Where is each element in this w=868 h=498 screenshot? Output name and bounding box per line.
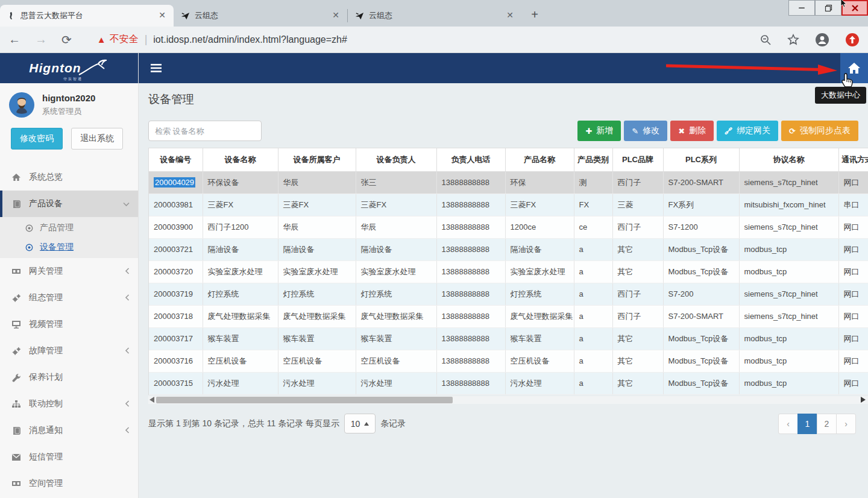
column-header[interactable]: PLC系列 <box>663 148 739 171</box>
sidebar-menu: 系统总览 产品设备 产品管理 设备管理 网关管理 <box>0 164 138 498</box>
sidebar-item-sms-management[interactable]: 短信管理 <box>0 444 138 470</box>
table-cell: FX系列 <box>663 194 739 216</box>
table-cell: 三菱FX <box>278 194 356 216</box>
scroll-right-arrow-icon[interactable] <box>861 397 866 403</box>
sidebar-item-space-management[interactable]: 空间管理 <box>0 470 138 497</box>
horizontal-scrollbar[interactable] <box>148 396 868 404</box>
table-row[interactable]: 200004029环保设备华辰张三13888888888环保测西门子S7-200… <box>149 171 868 194</box>
pagination-prev-button[interactable]: ‹ <box>778 414 798 434</box>
edit-button[interactable]: ✎修改 <box>624 121 667 141</box>
column-header[interactable]: 设备编号 <box>149 148 203 171</box>
column-header[interactable]: 设备负责人 <box>356 148 436 171</box>
pagination-page-2-button[interactable]: 2 <box>817 414 837 434</box>
table-cell: 猴车装置 <box>356 327 436 350</box>
browser-tab-3[interactable]: 云组态 ✕ <box>348 5 521 27</box>
tab-close-icon[interactable]: ✕ <box>330 10 341 21</box>
logo-antelope-icon <box>78 59 109 77</box>
table-cell: 猴车装置 <box>505 327 574 350</box>
table-cell: 13888888888 <box>436 194 505 216</box>
scroll-left-arrow-icon[interactable] <box>149 397 154 403</box>
forward-icon[interactable]: → <box>35 33 47 46</box>
dot-circle-icon <box>24 244 34 251</box>
column-header[interactable]: 协议名称 <box>739 148 838 171</box>
sidebar-item-device-management[interactable]: 设备管理 <box>0 238 138 257</box>
hamburger-menu-icon[interactable] <box>151 61 162 75</box>
column-header[interactable]: 负责人电话 <box>436 148 505 171</box>
table-row[interactable]: 200003718废气处理数据采集废气处理数据采集废气处理数据采集1388888… <box>149 305 868 327</box>
sidebar: Hignton 华辰智通 hignton2020 系统管理员 <box>0 53 139 498</box>
window-close-button[interactable] <box>841 0 868 16</box>
sidebar-item-message-notification[interactable]: 消息通知 <box>0 417 138 444</box>
sidebar-item-linkage-control[interactable]: 联动控制 <box>0 391 138 417</box>
sidebar-item-product-device[interactable]: 产品设备 <box>0 191 138 217</box>
table-cell: Modbus_Tcp设备 <box>663 372 739 394</box>
zoom-out-icon[interactable] <box>760 34 772 46</box>
pagination-next-button[interactable]: › <box>836 414 856 434</box>
force-sync-button[interactable]: ⟳强制同步点表 <box>781 121 858 141</box>
dot-circle-icon <box>24 224 34 232</box>
table-row[interactable]: 200003719灯控系统灯控系统灯控系统13888888888灯控系统a西门子… <box>149 283 868 305</box>
page-size-select[interactable]: 10 <box>344 414 376 433</box>
table-cell: siemens_s7tcp_hinet <box>739 216 838 238</box>
tab-close-icon[interactable]: ✕ <box>505 10 515 21</box>
logout-button[interactable]: 退出系统 <box>71 128 123 150</box>
table-row[interactable]: 200003720实验室废水处理实验室废水处理实验室废水处理1388888888… <box>149 260 868 283</box>
chevron-left-icon <box>125 399 130 409</box>
table-cell: 华辰 <box>278 171 356 194</box>
browser-tab-2[interactable]: 云组态 ✕ <box>174 5 347 27</box>
table-cell: 三菱 <box>612 194 663 216</box>
table-cell: 200003718 <box>149 305 203 327</box>
table-row[interactable]: 200003981三菱FX三菱FX三菱FX13888888888三菱FXFX三菱… <box>149 194 868 216</box>
browser-update-icon[interactable] <box>845 33 860 47</box>
table-cell: 空压机设备 <box>278 350 356 372</box>
table-cell: 200003721 <box>149 238 203 260</box>
window-restore-button[interactable] <box>815 0 841 16</box>
table-cell: 三菱FX <box>505 194 574 216</box>
home-button[interactable] <box>840 53 868 83</box>
sidebar-item-hmi-management[interactable]: 组态管理 <box>0 285 138 311</box>
pagination-page-1-button[interactable]: 1 <box>797 414 817 434</box>
browser-profile-icon[interactable] <box>815 33 829 47</box>
column-header[interactable]: 设备所属客户 <box>278 148 356 171</box>
column-header[interactable]: 产品名称 <box>505 148 574 171</box>
sidebar-item-gateway-management[interactable]: 网关管理 <box>0 258 138 285</box>
bookmark-star-icon[interactable] <box>787 34 799 46</box>
sidebar-item-fault-management[interactable]: 故障管理 <box>0 338 138 364</box>
sidebar-item-system-overview[interactable]: 系统总览 <box>0 164 138 191</box>
sidebar-item-video-management[interactable]: 视频管理 <box>0 311 138 338</box>
column-header[interactable]: 设备名称 <box>203 148 278 171</box>
envelope-icon <box>11 453 22 461</box>
back-icon[interactable]: ← <box>8 33 20 46</box>
browser-tab-1[interactable]: 思普云大数据平台 ✕ <box>0 5 174 27</box>
browser-address-bar: ← → ⟳ ▲ 不安全 | iot.idosp.net/admin/index.… <box>0 27 868 53</box>
column-header[interactable]: 产品类别 <box>574 148 612 171</box>
table-cell: 西门子 <box>612 283 663 305</box>
table-row[interactable]: 200003715污水处理污水处理污水处理13888888888污水处理a其它M… <box>149 372 868 394</box>
new-tab-button[interactable]: + <box>526 6 543 23</box>
tab-close-icon[interactable]: ✕ <box>157 10 168 21</box>
column-header[interactable]: 通讯方式 <box>838 148 868 171</box>
table-cell: 隔油设备 <box>505 238 574 260</box>
delete-button[interactable]: ✖删除 <box>670 121 714 141</box>
add-button[interactable]: ✚新增 <box>577 121 621 141</box>
table-row[interactable]: 200003716空压机设备空压机设备空压机设备13888888888空压机设备… <box>149 350 868 372</box>
url-text[interactable]: iot.idosp.net/admin/index.html?language=… <box>153 34 347 45</box>
not-secure-label[interactable]: 不安全 <box>110 33 139 46</box>
table-cell: 网口 <box>838 260 868 283</box>
pagination-summary-suffix: 条记录 <box>380 418 406 429</box>
search-input[interactable] <box>148 121 262 141</box>
window-minimize-button[interactable] <box>788 0 815 16</box>
reload-icon[interactable]: ⟳ <box>61 33 72 47</box>
table-cell: 猴车装置 <box>278 327 356 350</box>
change-password-button[interactable]: 修改密码 <box>11 128 63 150</box>
sidebar-item-maintenance-plan[interactable]: 保养计划 <box>0 364 138 391</box>
table-row[interactable]: 200003900西门子1200华辰华辰138888888881200cece西… <box>149 216 868 238</box>
table-row[interactable]: 200003717猴车装置猴车装置猴车装置13888888888猴车装置a其它M… <box>149 327 868 350</box>
username: hignton2020 <box>42 93 95 103</box>
scrollbar-thumb[interactable] <box>156 397 453 403</box>
sidebar-item-product-management[interactable]: 产品管理 <box>0 218 138 238</box>
table-cell: 西门子 <box>612 216 663 238</box>
table-row[interactable]: 200003721隔油设备隔油设备隔油设备13888888888隔油设备a其它M… <box>149 238 868 260</box>
column-header[interactable]: PLC品牌 <box>612 148 663 171</box>
bind-gateway-button[interactable]: 🔗︎绑定网关 <box>717 121 778 141</box>
